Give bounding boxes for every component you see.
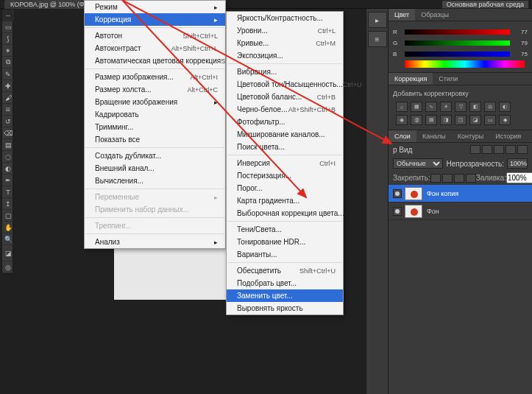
color-ramp[interactable] [405,60,525,68]
crop-tool[interactable]: ⧉ [2,57,14,68]
healing-brush-tool[interactable]: ✚ [2,80,14,92]
stamp-tool[interactable]: ⧇ [2,104,14,116]
color-lookup-icon[interactable]: ▤ [425,115,437,125]
move-tool[interactable]: ↔ [2,10,14,21]
filter-smart-icon[interactable] [517,145,528,154]
adjustments-menu-item[interactable]: Заменить цвет... [227,289,343,302]
tab-color[interactable]: Цвет [389,9,415,21]
invert-icon[interactable]: ◨ [440,115,452,125]
adjustments-menu-item[interactable]: Цветовой тон/Насыщенность...Ctrl+U [227,78,343,91]
adjustments-menu-item[interactable]: Вибрация... [227,66,343,78]
exposure-icon[interactable]: ☀ [440,102,452,112]
gradient-tool[interactable]: ▤ [2,139,14,151]
lock-pixels-icon[interactable] [442,174,453,183]
tab-corrections[interactable]: Коррекция [389,73,433,85]
image-menu-item[interactable]: Вычисления... [85,175,225,187]
bw-icon[interactable]: ◐ [499,102,511,112]
filter-shape-icon[interactable] [506,145,516,154]
image-menu-item[interactable]: АвтоконтрастAlt+Shift+Ctrl+L [85,42,225,54]
path-select-tool[interactable]: ↥ [2,198,14,210]
image-menu-item[interactable]: Тримминг... [85,121,225,133]
image-menu-item[interactable]: Создать дубликат... [85,149,225,162]
image-menu-item[interactable]: Показать все [85,133,225,146]
adjustments-menu-item[interactable]: Постеризация... [227,169,343,182]
posterize-icon[interactable]: ◫ [455,115,467,125]
adjustments-menu-item[interactable]: Поиск цвета... [227,141,343,153]
curves-icon[interactable]: ∿ [425,102,437,112]
green-slider[interactable] [405,41,510,46]
hue-sat-icon[interactable]: ◧ [469,102,481,112]
filter-type-icon[interactable] [494,145,504,154]
adjustments-menu-item[interactable]: Фотофильтр... [227,116,343,128]
shape-tool[interactable]: ▢ [2,210,14,222]
adjustments-menu-item[interactable]: ИнверсияCtrl+I [227,157,343,169]
tab-channels[interactable]: Каналы [416,130,452,142]
image-menu-item[interactable]: Внешний канал... [85,162,225,175]
blend-mode-select[interactable]: Обычные [393,158,443,169]
image-menu-item[interactable]: Коррекция [85,13,225,26]
photo-filter-icon[interactable]: ◉ [396,115,408,125]
pen-tool[interactable]: ✒ [2,175,14,186]
adjustments-menu-item[interactable]: Экспозиция... [227,49,343,62]
filter-pixel-icon[interactable] [470,145,480,154]
image-menu-item[interactable]: Размер изображения...Alt+Ctrl+I [85,71,225,83]
levels-icon[interactable]: ▦ [411,102,422,112]
layer-row-copy[interactable]: Фон копия [389,185,532,203]
adjustments-menu-item[interactable]: Подобрать цвет... [227,277,343,289]
tab-history[interactable]: История [489,130,527,142]
brush-tool[interactable]: 🖌 [2,92,14,104]
magic-wand-tool[interactable]: ✶ [2,45,14,57]
blur-tool[interactable]: ◌ [2,151,14,163]
adjustments-menu-item[interactable]: Кривые...Ctrl+M [227,37,343,49]
color-balance-icon[interactable]: ⚖ [484,102,496,112]
selective-color-icon[interactable]: ◆ [499,115,511,125]
image-menu-item[interactable]: Размер холста...Alt+Ctrl+C [85,83,225,96]
adjustments-menu-item[interactable]: Яркость/Контрастность... [227,12,343,24]
tab-styles[interactable]: Стили [433,73,464,85]
adjustments-menu-item[interactable]: ОбесцветитьShift+Ctrl+U [227,264,343,277]
lock-transparency-icon[interactable] [430,174,441,183]
fill-input[interactable] [506,172,532,183]
marquee-tool[interactable]: ▭ [2,21,14,33]
adjustments-menu-item[interactable]: Карта градиента... [227,194,343,207]
adjustments-menu-item[interactable]: Микширование каналов... [227,128,343,141]
adjustments-menu-item[interactable]: Уровни...Ctrl+L [227,24,343,37]
image-menu-item[interactable]: АвтотонShift+Ctrl+L [85,29,225,42]
adjustments-menu-item[interactable]: Выборочная коррекция цвета... [227,207,343,219]
eraser-tool[interactable]: ⌫ [2,127,14,139]
zoom-tool[interactable]: 🔍 [2,233,14,245]
visibility-toggle-icon[interactable] [393,189,402,198]
vibrance-icon[interactable]: ▽ [455,102,467,112]
adjustments-menu-item[interactable]: Порог... [227,182,343,194]
type-tool[interactable]: T [2,186,14,198]
quickmask-toggle[interactable]: ◎ [2,261,14,273]
red-slider[interactable] [405,29,510,35]
tab-swatches[interactable]: Образцы [415,9,455,21]
filter-adjustment-icon[interactable] [482,145,492,154]
workspace-switcher[interactable]: Основная рабочая среда [441,0,529,9]
threshold-icon[interactable]: ◪ [469,115,481,125]
tab-layers[interactable]: Слои [389,130,416,142]
layer-row-background[interactable]: Фон [389,203,532,220]
image-menu-item[interactable]: Автоматическая цветовая коррекцияShift+C… [85,54,225,67]
lasso-tool[interactable]: ⟆ [2,33,14,45]
adjustments-menu-item[interactable]: Варианты... [227,248,343,261]
gradient-map-icon[interactable]: ▭ [484,115,496,125]
foreground-background-swatch[interactable]: ◪ [2,245,14,261]
eyedropper-tool[interactable]: ✎ [2,68,14,80]
image-menu-item[interactable]: Анализ [85,236,225,248]
dodge-tool[interactable]: ◐ [2,163,14,175]
image-menu-item[interactable]: Режим [85,1,225,13]
history-panel-icon[interactable]: ≡ [368,31,387,47]
brightness-contrast-icon[interactable]: ☼ [396,102,408,112]
visibility-toggle-icon[interactable] [393,207,402,216]
opacity-input[interactable] [507,158,528,169]
tab-paths[interactable]: Контуры [452,130,489,142]
hand-tool[interactable]: ✋ [2,222,14,233]
adjustments-menu-item[interactable]: Тонирование HDR... [227,236,343,248]
image-menu-item[interactable]: Вращение изображения [85,96,225,108]
expand-panel-icon[interactable]: ▸ [368,12,387,28]
adjustments-menu-item[interactable]: Тени/Света... [227,223,343,236]
image-menu-item[interactable]: Кадрировать [85,108,225,121]
lock-all-icon[interactable] [466,174,476,183]
